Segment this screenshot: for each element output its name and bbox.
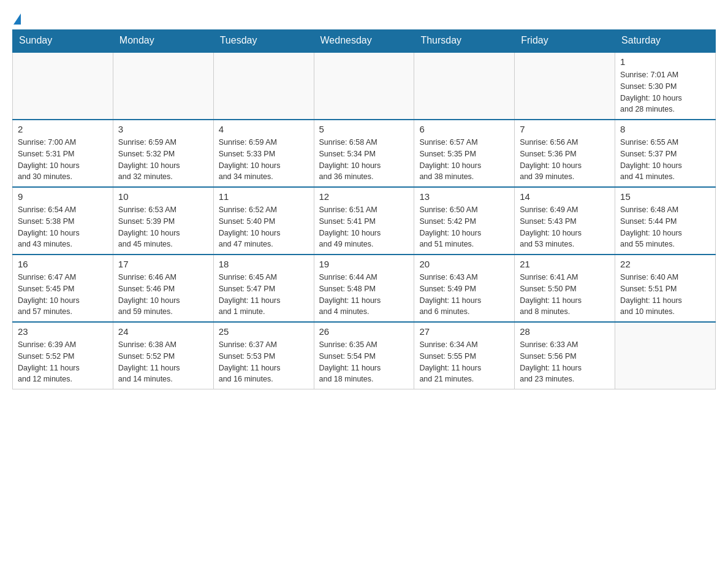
day-info: Sunrise: 6:53 AMSunset: 5:39 PMDaylight:… [118, 204, 208, 250]
day-info: Sunrise: 6:43 AMSunset: 5:49 PMDaylight:… [419, 272, 509, 318]
calendar-day-cell: 3Sunrise: 6:59 AMSunset: 5:32 PMDaylight… [113, 120, 213, 187]
calendar-day-cell: 4Sunrise: 6:59 AMSunset: 5:33 PMDaylight… [213, 120, 314, 187]
calendar-table: SundayMondayTuesdayWednesdayThursdayFrid… [12, 29, 716, 389]
calendar-day-cell: 28Sunrise: 6:33 AMSunset: 5:56 PMDayligh… [515, 322, 615, 389]
calendar-day-cell: 25Sunrise: 6:37 AMSunset: 5:53 PMDayligh… [213, 322, 314, 389]
day-info: Sunrise: 6:47 AMSunset: 5:45 PMDaylight:… [18, 272, 108, 318]
calendar-day-cell [213, 52, 314, 120]
calendar-day-cell: 20Sunrise: 6:43 AMSunset: 5:49 PMDayligh… [414, 255, 515, 322]
day-info: Sunrise: 6:38 AMSunset: 5:52 PMDaylight:… [118, 339, 208, 385]
calendar-day-cell: 6Sunrise: 6:57 AMSunset: 5:35 PMDaylight… [414, 120, 515, 187]
day-number: 16 [18, 259, 108, 269]
day-number: 1 [620, 56, 710, 67]
calendar-day-cell [13, 52, 113, 120]
day-number: 22 [620, 259, 710, 269]
day-number: 9 [18, 191, 108, 202]
day-info: Sunrise: 6:46 AMSunset: 5:46 PMDaylight:… [118, 272, 208, 318]
day-number: 2 [18, 124, 108, 134]
day-number: 23 [18, 326, 108, 337]
day-of-week-header: Sunday [13, 30, 113, 52]
day-info: Sunrise: 6:56 AMSunset: 5:36 PMDaylight:… [520, 137, 610, 183]
calendar-day-cell: 14Sunrise: 6:49 AMSunset: 5:43 PMDayligh… [515, 187, 615, 255]
calendar-week-row: 1Sunrise: 7:01 AMSunset: 5:30 PMDaylight… [13, 52, 716, 120]
day-info: Sunrise: 6:48 AMSunset: 5:44 PMDaylight:… [620, 204, 710, 250]
day-number: 6 [419, 124, 509, 134]
calendar-week-row: 2Sunrise: 7:00 AMSunset: 5:31 PMDaylight… [13, 120, 716, 187]
day-info: Sunrise: 6:40 AMSunset: 5:51 PMDaylight:… [620, 272, 710, 318]
day-of-week-header: Thursday [414, 30, 515, 52]
day-of-week-header: Tuesday [213, 30, 314, 52]
day-number: 4 [219, 124, 309, 134]
day-info: Sunrise: 6:45 AMSunset: 5:47 PMDaylight:… [219, 272, 309, 318]
calendar-day-cell [515, 52, 615, 120]
calendar-header-row: SundayMondayTuesdayWednesdayThursdayFrid… [13, 30, 716, 52]
day-info: Sunrise: 6:49 AMSunset: 5:43 PMDaylight:… [520, 204, 610, 250]
calendar-day-cell: 21Sunrise: 6:41 AMSunset: 5:50 PMDayligh… [515, 255, 615, 322]
calendar-day-cell: 10Sunrise: 6:53 AMSunset: 5:39 PMDayligh… [113, 187, 213, 255]
calendar-day-cell: 11Sunrise: 6:52 AMSunset: 5:40 PMDayligh… [213, 187, 314, 255]
calendar-day-cell [113, 52, 213, 120]
day-number: 11 [219, 191, 309, 202]
calendar-week-row: 9Sunrise: 6:54 AMSunset: 5:38 PMDaylight… [13, 187, 716, 255]
day-number: 10 [118, 191, 208, 202]
day-info: Sunrise: 6:59 AMSunset: 5:32 PMDaylight:… [118, 137, 208, 183]
calendar-day-cell: 1Sunrise: 7:01 AMSunset: 5:30 PMDaylight… [615, 52, 716, 120]
calendar-day-cell: 23Sunrise: 6:39 AMSunset: 5:52 PMDayligh… [13, 322, 113, 389]
calendar-day-cell: 22Sunrise: 6:40 AMSunset: 5:51 PMDayligh… [615, 255, 716, 322]
day-number: 19 [319, 259, 409, 269]
day-info: Sunrise: 6:35 AMSunset: 5:54 PMDaylight:… [319, 339, 409, 385]
day-info: Sunrise: 6:50 AMSunset: 5:42 PMDaylight:… [419, 204, 509, 250]
day-info: Sunrise: 6:59 AMSunset: 5:33 PMDaylight:… [219, 137, 309, 183]
calendar-day-cell: 9Sunrise: 6:54 AMSunset: 5:38 PMDaylight… [13, 187, 113, 255]
page-header [12, 12, 716, 23]
day-of-week-header: Saturday [615, 30, 716, 52]
calendar-week-row: 23Sunrise: 6:39 AMSunset: 5:52 PMDayligh… [13, 322, 716, 389]
day-number: 25 [219, 326, 309, 337]
calendar-day-cell: 27Sunrise: 6:34 AMSunset: 5:55 PMDayligh… [414, 322, 515, 389]
day-info: Sunrise: 6:34 AMSunset: 5:55 PMDaylight:… [419, 339, 509, 385]
logo-triangle-icon [13, 13, 21, 25]
calendar-day-cell: 7Sunrise: 6:56 AMSunset: 5:36 PMDaylight… [515, 120, 615, 187]
day-info: Sunrise: 6:54 AMSunset: 5:38 PMDaylight:… [18, 204, 108, 250]
day-number: 13 [419, 191, 509, 202]
day-info: Sunrise: 6:57 AMSunset: 5:35 PMDaylight:… [419, 137, 509, 183]
day-number: 26 [319, 326, 409, 337]
day-of-week-header: Friday [515, 30, 615, 52]
calendar-day-cell: 24Sunrise: 6:38 AMSunset: 5:52 PMDayligh… [113, 322, 213, 389]
day-number: 21 [520, 259, 610, 269]
day-number: 8 [620, 124, 710, 134]
day-number: 7 [520, 124, 610, 134]
day-info: Sunrise: 6:55 AMSunset: 5:37 PMDaylight:… [620, 137, 710, 183]
day-info: Sunrise: 6:58 AMSunset: 5:34 PMDaylight:… [319, 137, 409, 183]
calendar-day-cell: 13Sunrise: 6:50 AMSunset: 5:42 PMDayligh… [414, 187, 515, 255]
logo [12, 12, 21, 23]
day-number: 20 [419, 259, 509, 269]
day-number: 15 [620, 191, 710, 202]
day-number: 14 [520, 191, 610, 202]
calendar-day-cell: 8Sunrise: 6:55 AMSunset: 5:37 PMDaylight… [615, 120, 716, 187]
day-info: Sunrise: 7:00 AMSunset: 5:31 PMDaylight:… [18, 137, 108, 183]
day-number: 3 [118, 124, 208, 134]
day-info: Sunrise: 6:39 AMSunset: 5:52 PMDaylight:… [18, 339, 108, 385]
day-number: 5 [319, 124, 409, 134]
calendar-day-cell: 18Sunrise: 6:45 AMSunset: 5:47 PMDayligh… [213, 255, 314, 322]
day-number: 28 [520, 326, 610, 337]
calendar-day-cell [414, 52, 515, 120]
calendar-day-cell: 15Sunrise: 6:48 AMSunset: 5:44 PMDayligh… [615, 187, 716, 255]
day-number: 27 [419, 326, 509, 337]
calendar-day-cell: 17Sunrise: 6:46 AMSunset: 5:46 PMDayligh… [113, 255, 213, 322]
day-info: Sunrise: 6:33 AMSunset: 5:56 PMDaylight:… [520, 339, 610, 385]
day-of-week-header: Wednesday [314, 30, 414, 52]
day-info: Sunrise: 7:01 AMSunset: 5:30 PMDaylight:… [620, 69, 710, 115]
day-info: Sunrise: 6:52 AMSunset: 5:40 PMDaylight:… [219, 204, 309, 250]
day-info: Sunrise: 6:44 AMSunset: 5:48 PMDaylight:… [319, 272, 409, 318]
day-number: 12 [319, 191, 409, 202]
calendar-week-row: 16Sunrise: 6:47 AMSunset: 5:45 PMDayligh… [13, 255, 716, 322]
day-of-week-header: Monday [113, 30, 213, 52]
day-number: 18 [219, 259, 309, 269]
calendar-day-cell: 5Sunrise: 6:58 AMSunset: 5:34 PMDaylight… [314, 120, 414, 187]
day-number: 17 [118, 259, 208, 269]
day-info: Sunrise: 6:37 AMSunset: 5:53 PMDaylight:… [219, 339, 309, 385]
day-info: Sunrise: 6:51 AMSunset: 5:41 PMDaylight:… [319, 204, 409, 250]
calendar-day-cell: 16Sunrise: 6:47 AMSunset: 5:45 PMDayligh… [13, 255, 113, 322]
